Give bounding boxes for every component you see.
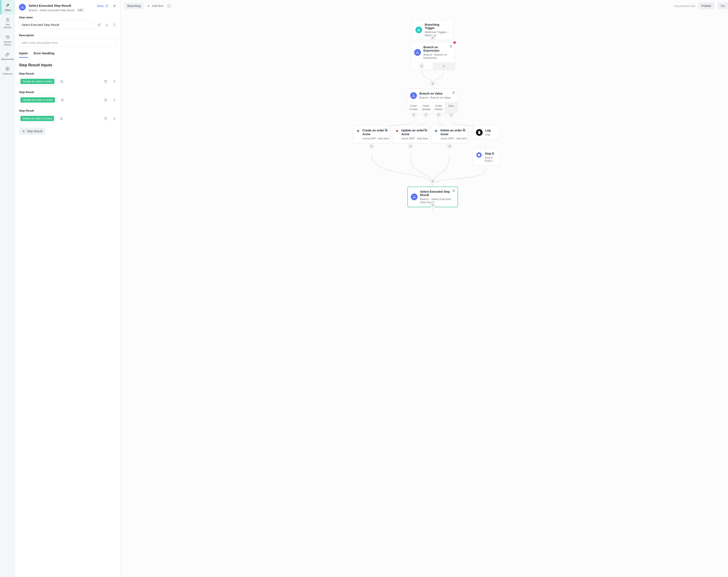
- branch-icon: [411, 194, 418, 200]
- plus-icon: [147, 4, 150, 7]
- step-result-delete-button[interactable]: [103, 79, 108, 84]
- flow-canvas[interactable]: Branching Trigger Webhook Triggers - Web…: [348, 12, 500, 222]
- node-title: Log: [485, 129, 491, 132]
- step-result-delete-button[interactable]: [103, 98, 108, 102]
- node-title: Stop E: [485, 152, 494, 155]
- trash-icon: [104, 80, 107, 83]
- node-subtitle: Branch - Branch on Expression: [423, 53, 451, 59]
- docs-link-label: Docs: [97, 4, 104, 7]
- docs-link[interactable]: Docs: [97, 4, 108, 7]
- step-result-drag-handle[interactable]: [112, 98, 116, 102]
- nav-editor[interactable]: Editor: [0, 0, 15, 15]
- nav-attachments[interactable]: Attachments: [0, 49, 15, 63]
- panel-title: Select Executed Step Result: [29, 4, 94, 7]
- branch-icon: [410, 92, 417, 99]
- node-title: Branch on Expression: [423, 46, 451, 52]
- add-step-button[interactable]: [419, 63, 424, 69]
- step-result-delete-button[interactable]: [103, 116, 108, 121]
- edit-step-button[interactable]: [105, 23, 109, 27]
- branch-segment-order-delete[interactable]: Order Delete: [433, 102, 445, 113]
- add-step-button[interactable]: [430, 81, 436, 86]
- node-delete-button[interactable]: [384, 128, 388, 132]
- node-branch-on-value[interactable]: Branch on Value Branch - Branch on Value…: [407, 89, 458, 113]
- node-delete-button[interactable]: [451, 90, 456, 95]
- flow-tab-branching[interactable]: Branching: [124, 3, 144, 9]
- add-step-button[interactable]: [441, 63, 446, 69]
- node-subtitle: Acme ERP - Add Item: [363, 137, 390, 140]
- history-icon: [5, 35, 10, 39]
- nav-test-runner[interactable]: Test Runner: [0, 15, 15, 32]
- branch-segment-order-create[interactable]: Order Create: [407, 102, 420, 113]
- panel-tabs: Inputs Error Handling: [19, 52, 116, 58]
- step-result-search-button[interactable]: [60, 79, 64, 84]
- step-result-value-box[interactable]: Create an order in Acme: [19, 77, 56, 85]
- help-icon: [167, 4, 171, 8]
- step-config-panel: Select Executed Step Result Branch - Sel…: [15, 0, 121, 577]
- step-name-input[interactable]: [19, 21, 96, 29]
- node-log[interactable]: Log Log: [473, 126, 500, 139]
- canvas-topbar: Branching Add flow Unpublished draft Pub…: [121, 0, 728, 12]
- node-delete-button[interactable]: [449, 44, 453, 49]
- trash-icon: [104, 98, 107, 102]
- add-step-button[interactable]: [430, 35, 436, 40]
- add-step-button[interactable]: [448, 112, 454, 117]
- step-result-drag-handle[interactable]: [112, 116, 116, 121]
- draft-status: Unpublished draft: [674, 4, 695, 7]
- node-branch-on-expression[interactable]: Branch on Expression Branch - Branch on …: [411, 42, 455, 70]
- add-step-button[interactable]: [430, 202, 436, 208]
- nav-instances[interactable]: Instances: [0, 63, 15, 78]
- search-icon: [60, 80, 64, 83]
- step-result-pill: Delete an order in Acme: [21, 116, 54, 121]
- step-result-value-box[interactable]: Update an order in Acme: [19, 96, 56, 104]
- close-panel-button[interactable]: [112, 4, 116, 8]
- description-label: Description: [19, 34, 116, 37]
- nav-test-runner-label: Test Runner: [4, 23, 11, 29]
- add-step-button[interactable]: [411, 112, 416, 117]
- add-step-button[interactable]: [436, 112, 441, 117]
- add-step-button[interactable]: [447, 143, 452, 149]
- copy-icon: [97, 23, 101, 27]
- nav-attachments-label: Attachments: [1, 58, 14, 61]
- step-result-label: Step Result: [19, 72, 116, 75]
- nav-version-history[interactable]: Version History: [0, 32, 15, 49]
- webhook-icon: [415, 27, 422, 33]
- node-title: Select Executed Step Result: [420, 190, 454, 197]
- external-link-icon: [105, 4, 108, 7]
- branch-segment-else[interactable]: Else: [445, 102, 458, 113]
- copy-step-button[interactable]: [97, 23, 101, 27]
- branch-segment-order-update[interactable]: Order Update: [420, 102, 433, 113]
- add-step-button[interactable]: [408, 143, 413, 149]
- paperclip-icon: [5, 52, 10, 57]
- add-step-button[interactable]: [423, 112, 428, 117]
- tab-inputs[interactable]: Inputs: [19, 52, 28, 58]
- branch-icon: [414, 49, 421, 56]
- description-input[interactable]: [19, 38, 116, 47]
- add-step-button[interactable]: [369, 143, 374, 149]
- add-step-result-button[interactable]: Step Result: [19, 128, 45, 135]
- node-delete-order[interactable]: Delete an order in Acme Acme ERP - Add I…: [431, 126, 468, 143]
- cancel-button[interactable]: Ca: [718, 2, 728, 9]
- error-indicator-icon: [453, 41, 456, 44]
- panel-header-actions: Docs: [97, 4, 116, 8]
- help-button[interactable]: [167, 4, 171, 8]
- step-result-search-button[interactable]: [59, 116, 63, 121]
- step-result-search-button[interactable]: [60, 98, 64, 102]
- step-result-pill: Update an order in Acme: [21, 97, 55, 103]
- node-update-order[interactable]: Update an order in Acme Acme ERP - Add I…: [392, 126, 429, 143]
- node-delete-button[interactable]: [462, 128, 466, 132]
- panel-titles: Select Executed Step Result Branch - Sel…: [29, 4, 94, 12]
- wrench-icon: [6, 3, 10, 7]
- add-step-button[interactable]: [430, 178, 436, 184]
- step-result-label: Step Result: [19, 90, 116, 94]
- node-delete-button[interactable]: [452, 189, 456, 193]
- delete-step-button[interactable]: [112, 23, 116, 27]
- add-flow-button[interactable]: Add flow: [147, 4, 163, 7]
- node-delete-button[interactable]: [423, 128, 427, 132]
- step-result-drag-handle[interactable]: [112, 79, 116, 84]
- node-create-order[interactable]: Create an order in Acme Acme ERP - Add I…: [353, 126, 390, 143]
- node-stop-execution[interactable]: Stop E Stop E Execu: [473, 149, 500, 166]
- tab-error-handling[interactable]: Error Handling: [34, 52, 54, 58]
- search-icon: [60, 98, 64, 102]
- publish-button[interactable]: Publish: [698, 2, 714, 9]
- step-result-value-box[interactable]: Delete an order in Acme: [19, 114, 55, 122]
